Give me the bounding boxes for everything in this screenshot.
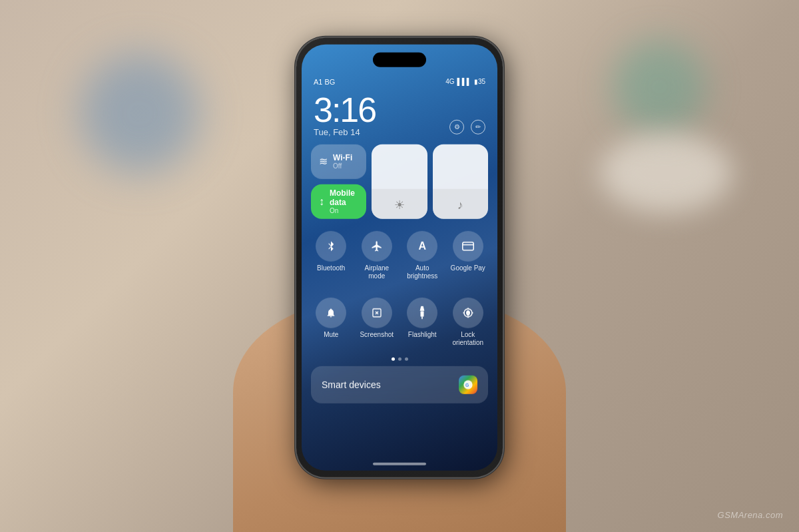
- music-icon: ♪: [457, 198, 463, 212]
- dynamic-island: [373, 52, 426, 67]
- phone-screen: A1 BG 4G ▌▌▌ ▮35 3:16 Tue, Feb 14 ⚙: [302, 44, 497, 470]
- mute-tile[interactable]: Mute: [311, 290, 352, 352]
- airplane-tile[interactable]: Airplane mode: [357, 224, 398, 285]
- flashlight-icon-circle: [407, 297, 437, 328]
- tiles-area: ≋ Wi-Fi Off ↕ Mobile data: [311, 144, 488, 403]
- wifi-name: Wi-Fi: [333, 153, 352, 162]
- google-pay-tile[interactable]: Google Pay: [448, 224, 489, 285]
- battery-icon: ▮35: [474, 78, 485, 85]
- mute-icon-circle: [316, 297, 346, 328]
- svg-text:G: G: [465, 382, 469, 387]
- signal-icon: ▌▌▌: [457, 78, 471, 85]
- edit-icon[interactable]: ✏: [471, 119, 485, 134]
- bg-blur-white: [599, 133, 732, 213]
- scene: A1 BG 4G ▌▌▌ ▮35 3:16 Tue, Feb 14 ⚙: [0, 0, 799, 532]
- bluetooth-label: Bluetooth: [317, 264, 345, 272]
- left-col: ≋ Wi-Fi Off ↕ Mobile data: [311, 144, 366, 218]
- top-tiles-row: ≋ Wi-Fi Off ↕ Mobile data: [311, 144, 488, 218]
- phone-body: A1 BG 4G ▌▌▌ ▮35 3:16 Tue, Feb 14 ⚙: [296, 37, 503, 477]
- dot-2: [398, 357, 401, 360]
- screenshot-label: Screenshot: [360, 330, 394, 338]
- home-bar: [373, 462, 426, 465]
- mute-label: Mute: [324, 330, 338, 338]
- wifi-status: Off: [333, 162, 352, 170]
- lock-orientation-label: Lock orientation: [451, 330, 486, 346]
- carrier-text: A1 BG: [314, 77, 335, 85]
- mobile-data-tile[interactable]: ↕ Mobile data On: [311, 184, 366, 218]
- status-bar: A1 BG 4G ▌▌▌ ▮35: [302, 73, 497, 89]
- bluetooth-tile[interactable]: Bluetooth: [311, 224, 352, 285]
- wifi-text: Wi-Fi Off: [333, 153, 352, 170]
- auto-brightness-label: Auto brightness: [405, 264, 440, 280]
- bg-blur-blue: [80, 53, 200, 173]
- screenshot-icon-circle: [362, 297, 392, 328]
- auto-brightness-tile[interactable]: A Auto brightness: [402, 224, 443, 285]
- airplane-label: Airplane mode: [360, 264, 395, 280]
- status-icons: 4G ▌▌▌ ▮35: [445, 78, 485, 85]
- airplane-icon-circle: [362, 230, 392, 261]
- mobile-icon: ↕: [319, 195, 324, 207]
- lock-orientation-tile[interactable]: Lock orientation: [448, 290, 489, 352]
- flashlight-tile[interactable]: Flashlight: [402, 290, 443, 352]
- pagination: [311, 357, 488, 360]
- google-pay-icon-circle: [453, 230, 483, 261]
- smart-devices-tile[interactable]: Smart devices G: [311, 366, 488, 403]
- music-slider[interactable]: ♪: [433, 144, 488, 218]
- clock-block: 3:16 Tue, Feb 14: [314, 92, 376, 136]
- network-icon: 4G: [445, 78, 454, 85]
- icon-tiles-row2: Mute Screenshot: [311, 290, 488, 352]
- clock-area: 3:16 Tue, Feb 14 ⚙ ✏: [314, 92, 485, 136]
- screenshot-tile[interactable]: Screenshot: [357, 290, 398, 352]
- mobile-status: On: [330, 207, 358, 214]
- flashlight-label: Flashlight: [408, 330, 437, 338]
- phone-wrapper: A1 BG 4G ▌▌▌ ▮35 3:16 Tue, Feb 14 ⚙: [296, 37, 503, 477]
- svg-marker-4: [420, 309, 425, 310]
- bg-blur-teal: [613, 40, 706, 133]
- clock-right-icons: ⚙ ✏: [449, 119, 485, 136]
- icon-tiles-row1: Bluetooth Airplane mode: [311, 224, 488, 285]
- settings-icon[interactable]: ⚙: [449, 119, 464, 134]
- brightness-slider[interactable]: ☀: [372, 144, 427, 218]
- dot-1: [392, 357, 395, 360]
- watermark: GSMArena.com: [718, 510, 783, 520]
- wifi-icon: ≋: [319, 155, 328, 168]
- wifi-tile[interactable]: ≋ Wi-Fi Off: [311, 144, 366, 178]
- mobile-text: Mobile data On: [330, 188, 358, 214]
- svg-rect-3: [421, 311, 424, 316]
- bluetooth-icon-circle: [316, 230, 346, 261]
- svg-rect-0: [463, 242, 474, 250]
- clock-time: 3:16: [314, 92, 376, 127]
- smart-devices-label: Smart devices: [322, 379, 381, 390]
- mobile-name: Mobile data: [330, 188, 358, 207]
- dot-3: [405, 357, 408, 360]
- google-pay-label: Google Pay: [451, 264, 485, 272]
- lock-orientation-icon-circle: [453, 297, 483, 328]
- auto-brightness-icon-circle: A: [407, 230, 437, 261]
- google-home-icon: G: [459, 375, 477, 394]
- brightness-icon: ☀: [394, 197, 405, 212]
